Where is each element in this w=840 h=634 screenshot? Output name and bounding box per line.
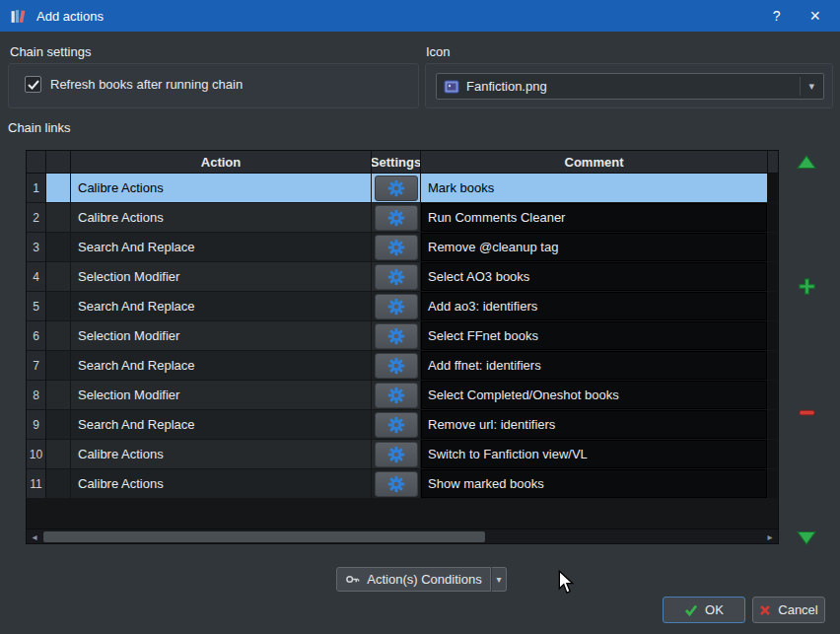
help-button[interactable]: ? — [773, 8, 781, 24]
settings-button[interactable] — [375, 264, 418, 290]
comment-cell[interactable]: Add ao3: identifiers — [421, 292, 768, 321]
column-header-filler — [768, 151, 778, 174]
row-number[interactable]: 5 — [27, 292, 46, 321]
action-cell[interactable]: Search And Replace — [71, 410, 372, 440]
row-select-cell[interactable] — [46, 351, 71, 381]
titlebar[interactable]: Add actions ? × — [0, 0, 840, 32]
table-row[interactable]: 2 Calibre Actions Run Comments Cleaner — [27, 203, 778, 233]
row-number[interactable]: 9 — [27, 410, 46, 440]
table-row[interactable]: 10 Calibre Actions Switch to Fanfiction … — [27, 440, 778, 469]
table-row[interactable]: 9 Search And Replace Remove url: identif… — [27, 410, 778, 440]
header-select-column — [46, 151, 71, 174]
action-cell[interactable]: Search And Replace — [71, 233, 372, 262]
cross-icon — [759, 604, 771, 616]
image-icon — [444, 79, 459, 95]
row-number[interactable]: 4 — [27, 262, 46, 292]
horizontal-scrollbar[interactable]: ◂ ▸ — [27, 528, 778, 543]
move-up-button[interactable] — [794, 151, 819, 173]
comment-cell[interactable]: Show marked books — [421, 469, 768, 499]
column-header-comment[interactable]: Comment — [421, 151, 768, 174]
settings-button[interactable] — [375, 383, 418, 408]
comment-cell[interactable]: Select FFnet books — [421, 321, 768, 351]
comment-cell[interactable]: Switch to Fanfiction view/VL — [421, 440, 768, 469]
checkbox-label: Refresh books after running chain — [50, 77, 243, 92]
row-select-cell[interactable] — [46, 203, 71, 233]
comment-cell[interactable]: Mark books — [421, 174, 768, 203]
row-number[interactable]: 1 — [27, 174, 46, 203]
settings-button[interactable] — [375, 176, 418, 201]
checkbox-box[interactable] — [25, 76, 41, 93]
row-number[interactable]: 7 — [27, 351, 46, 381]
row-select-cell[interactable] — [46, 440, 71, 469]
row-select-cell[interactable] — [46, 469, 71, 499]
action-cell[interactable]: Calibre Actions — [71, 203, 372, 233]
table-row[interactable]: 7 Search And Replace Add ffnet: identifi… — [27, 351, 778, 381]
icon-combobox[interactable]: Fanfiction.png ▾ — [436, 73, 824, 100]
row-select-cell[interactable] — [46, 410, 71, 440]
row-number[interactable]: 2 — [27, 203, 46, 233]
action-cell[interactable]: Calibre Actions — [71, 440, 372, 469]
settings-button[interactable] — [375, 353, 418, 379]
column-header-settings[interactable]: Settings — [372, 151, 421, 174]
settings-button[interactable] — [375, 323, 418, 349]
table-row[interactable]: 1 Calibre Actions Mark books — [27, 174, 778, 203]
remove-link-button[interactable] — [794, 401, 819, 423]
chain-links-table: Action Settings Comment 1 Calibre Action… — [26, 150, 779, 544]
chevron-down-icon[interactable]: ▾ — [800, 77, 816, 96]
table-row[interactable]: 3 Search And Replace Remove @cleanup tag — [27, 233, 778, 262]
table-row[interactable]: 4 Selection Modifier Select AO3 books — [27, 262, 778, 292]
move-down-button[interactable] — [794, 527, 819, 548]
row-select-cell[interactable] — [46, 233, 71, 262]
row-select-cell[interactable] — [46, 321, 71, 351]
cancel-button[interactable]: Cancel — [752, 597, 825, 623]
row-select-cell[interactable] — [46, 262, 71, 292]
row-filler — [768, 351, 778, 381]
gear-icon — [387, 209, 405, 227]
action-cell[interactable]: Search And Replace — [71, 351, 372, 381]
comment-cell[interactable]: Add ffnet: identifiers — [421, 351, 768, 381]
conditions-dropdown-button[interactable]: ▾ — [491, 567, 507, 592]
settings-button[interactable] — [375, 412, 418, 438]
actions-conditions-button[interactable]: Action(s) Conditions — [336, 567, 491, 592]
action-cell[interactable]: Calibre Actions — [71, 469, 372, 499]
settings-button[interactable] — [375, 294, 418, 319]
add-link-button[interactable] — [794, 275, 819, 297]
settings-cell — [372, 440, 421, 469]
action-cell[interactable]: Search And Replace — [71, 292, 372, 321]
row-filler — [768, 321, 778, 351]
scroll-right-arrow-icon[interactable]: ▸ — [762, 529, 778, 544]
comment-cell[interactable]: Remove url: identifiers — [421, 410, 768, 440]
row-number[interactable]: 10 — [27, 440, 46, 469]
comment-cell[interactable]: Remove @cleanup tag — [421, 233, 768, 262]
settings-button[interactable] — [375, 471, 418, 497]
table-row[interactable]: 6 Selection Modifier Select FFnet books — [27, 321, 778, 351]
row-number[interactable]: 6 — [27, 321, 46, 351]
scrollbar-handle[interactable] — [43, 531, 485, 542]
scroll-left-arrow-icon[interactable]: ◂ — [27, 529, 42, 544]
settings-button[interactable] — [375, 442, 418, 467]
settings-button[interactable] — [375, 235, 418, 260]
row-number[interactable]: 3 — [27, 233, 46, 262]
table-row[interactable]: 11 Calibre Actions Show marked books — [27, 469, 778, 499]
row-number[interactable]: 11 — [27, 469, 46, 499]
table-row[interactable]: 8 Selection Modifier Select Completed/On… — [27, 381, 778, 410]
settings-cell — [372, 381, 421, 410]
comment-cell[interactable]: Run Comments Cleaner — [421, 203, 768, 233]
comment-cell[interactable]: Select AO3 books — [421, 262, 768, 292]
row-number[interactable]: 8 — [27, 381, 46, 410]
action-cell[interactable]: Selection Modifier — [71, 321, 372, 351]
ok-button[interactable]: OK — [663, 597, 745, 623]
row-select-cell[interactable] — [46, 174, 71, 203]
row-select-cell[interactable] — [46, 292, 71, 321]
refresh-books-checkbox[interactable]: Refresh books after running chain — [25, 76, 243, 93]
chain-settings-heading: Chain settings — [10, 44, 91, 59]
settings-button[interactable] — [375, 205, 418, 231]
comment-cell[interactable]: Select Completed/Oneshot books — [421, 381, 768, 410]
table-row[interactable]: 5 Search And Replace Add ao3: identifier… — [27, 292, 778, 321]
column-header-action[interactable]: Action — [71, 151, 372, 174]
close-button[interactable]: × — [809, 7, 820, 25]
row-select-cell[interactable] — [46, 381, 71, 410]
action-cell[interactable]: Selection Modifier — [71, 262, 372, 292]
action-cell[interactable]: Calibre Actions — [71, 174, 372, 203]
action-cell[interactable]: Selection Modifier — [71, 381, 372, 410]
